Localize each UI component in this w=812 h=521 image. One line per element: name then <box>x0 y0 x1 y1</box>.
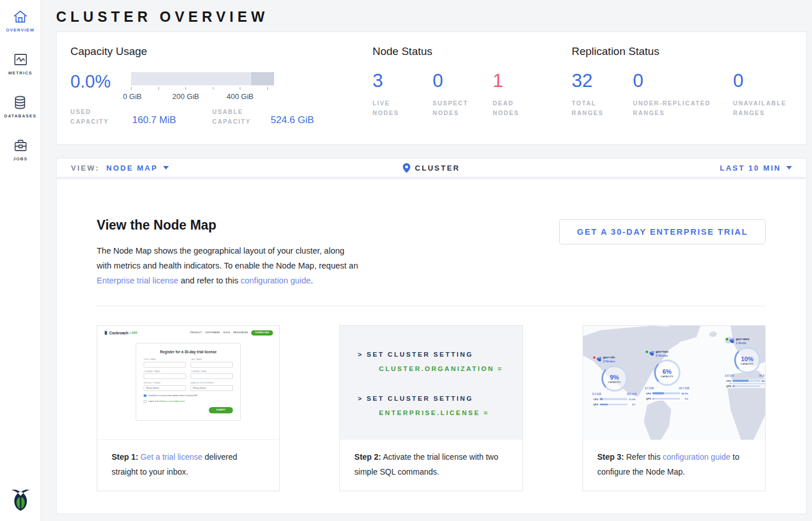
capacity-bar-other-segment <box>251 72 274 85</box>
nodes-icon <box>649 351 655 356</box>
total-ranges-value: 32 <box>572 70 633 92</box>
step3-caption: Step 3: Refer this configuration guide t… <box>583 440 765 491</box>
capacity-bar-chart: 0 GiB 200 GiB 400 GiB <box>131 72 274 101</box>
tick-label-400: 400 GiB <box>227 92 253 101</box>
enterprise-trial-button[interactable]: GET A 30-DAY ENTERPRISE TRIAL <box>559 219 766 244</box>
sidebar-item-databases[interactable]: DATABASES <box>4 95 36 119</box>
sidebar-item-metrics[interactable]: METRICS <box>8 52 32 76</box>
capacity-axis-labels: 0 GiB 200 GiB 400 GiB <box>131 92 274 101</box>
capacity-gauge: 10% CAPACITY <box>734 347 760 373</box>
page-title: CLUSTER OVERVIEW <box>56 0 807 31</box>
main-content: CLUSTER OVERVIEW Capacity Usage 0.0% <box>41 0 812 521</box>
tick-label-0: 0 GiB <box>123 92 142 101</box>
view-label: VIEW: <box>71 164 100 172</box>
live-nodes-value: 3 <box>373 70 433 92</box>
usable-capacity-label: USABLE CAPACITY <box>212 107 271 127</box>
enterprise-trial-license-link[interactable]: Enterprise trial license <box>97 276 179 285</box>
under-replicated-ranges-stat: 0 UNDER-REPLICATEDRANGES <box>633 70 733 118</box>
configuration-guide-link[interactable]: configuration guide <box>240 276 311 285</box>
dead-nodes-stat: 1 DEADNODES <box>493 70 553 118</box>
step3-card: geo=sfo 2 Nodes 9% CAPACITY 3.2 GiB351 G… <box>583 325 766 491</box>
sidebar-item-jobs[interactable]: JOBS <box>13 138 28 161</box>
sidebar: OVERVIEW METRICS DATABASES <box>0 0 41 521</box>
dead-nodes-value: 1 <box>493 70 553 92</box>
used-capacity-label: USED CAPACITY <box>70 107 132 127</box>
step1-card: Cockroach LABS PRODUCT CUSTOMERS DOCS RE… <box>97 325 280 491</box>
unavailable-ranges-value: 0 <box>733 70 787 92</box>
capacity-used-percent: 0.0% <box>70 72 131 101</box>
breadcrumb: CLUSTER <box>403 163 460 173</box>
live-nodes-label: LIVENODES <box>373 98 433 118</box>
usable-capacity-value: 524.6 GiB <box>271 115 351 127</box>
step2-sql-snippet: > SET CLUSTER SETTING CLUSTER.ORGANIZATI… <box>340 326 522 440</box>
home-icon <box>13 9 28 24</box>
total-ranges-stat: 32 TOTALRANGES <box>572 70 633 118</box>
capacity-axis-ticks <box>131 87 274 90</box>
step1-screenshot: Cockroach LABS PRODUCT CUSTOMERS DOCS RE… <box>97 326 279 440</box>
mini-register-form: Register for a 30-day trial license FIRS… <box>136 343 241 421</box>
cockroachdb-logo <box>9 486 32 514</box>
used-capacity-value: 160.7 MiB <box>132 115 212 127</box>
step1-caption: Step 1: Get a trial license delivered st… <box>97 440 279 491</box>
replication-status-section: Replication Status 32 TOTALRANGES 0 UNDE… <box>572 45 801 118</box>
jobs-icon <box>13 138 28 153</box>
view-toolbar: VIEW: NODE MAP CLUSTER LAST 10 MIN <box>56 158 807 177</box>
nodes-icon <box>597 357 602 361</box>
databases-icon <box>13 95 27 110</box>
chevron-down-icon <box>163 166 169 169</box>
node-map-panel: View the Node Map The Node Map shows the… <box>56 179 807 514</box>
live-node-dot <box>645 350 649 354</box>
mini-download-button: DOWNLOAD <box>251 330 273 336</box>
suspect-nodes-stat: 0 SUSPECTNODES <box>433 70 493 118</box>
sidebar-item-label: METRICS <box>8 70 32 76</box>
unavailable-ranges-label: UNAVAILABLERANGES <box>733 98 787 118</box>
cluster-summary-panel: Capacity Usage 0.0% 0 GiB 200 Gi <box>56 31 807 145</box>
total-ranges-label: TOTALRANGES <box>572 98 633 118</box>
replication-status-title: Replication Status <box>572 45 801 58</box>
dead-nodes-label: DEADNODES <box>493 98 553 118</box>
unavailable-ranges-stat: 0 UNAVAILABLERANGES <box>733 70 787 118</box>
capacity-usage-title: Capacity Usage <box>70 45 368 58</box>
live-nodes-stat: 3 LIVENODES <box>373 70 433 118</box>
region-badge-ams: geo=ams 1 Node 10% CAPACITY 3.6 GiB36.6 … <box>725 337 765 388</box>
region-badge-sfo: geo=sfo 2 Nodes 9% CAPACITY 3.2 GiB351 G… <box>592 356 637 406</box>
chevron-down-icon <box>786 166 792 169</box>
under-replicated-ranges-label: UNDER-REPLICATEDRANGES <box>633 98 733 118</box>
suspect-nodes-value: 0 <box>433 70 493 92</box>
under-replicated-ranges-value: 0 <box>633 70 733 92</box>
get-trial-license-link[interactable]: Get a trial license <box>141 452 203 461</box>
configuration-guide-link-2[interactable]: configuration guide <box>663 452 730 461</box>
section-divider <box>97 306 766 306</box>
step3-node-map-preview: geo=sfo 2 Nodes 9% CAPACITY 3.2 GiB351 G… <box>583 326 765 440</box>
dead-node-dot <box>592 356 596 360</box>
suspect-nodes-label: SUSPECTNODES <box>433 98 493 118</box>
step2-caption: Step 2: Activate the trial license with … <box>340 440 522 491</box>
node-status-title: Node Status <box>373 45 561 58</box>
view-selector-dropdown[interactable]: NODE MAP <box>106 164 169 172</box>
setup-steps: Cockroach LABS PRODUCT CUSTOMERS DOCS RE… <box>97 325 766 491</box>
sidebar-item-label: JOBS <box>13 156 27 161</box>
node-map-description: The Node Map shows the geographical layo… <box>97 243 361 288</box>
capacity-bar-usable-segment <box>131 72 251 85</box>
sidebar-item-label: OVERVIEW <box>6 27 35 33</box>
tick-label-200: 200 GiB <box>172 92 199 101</box>
step2-card: > SET CLUSTER SETTING CLUSTER.ORGANIZATI… <box>339 325 522 491</box>
cluster-overview-page: OVERVIEW METRICS DATABASES <box>0 0 812 521</box>
breadcrumb-cluster[interactable]: CLUSTER <box>415 164 460 172</box>
node-map-heading: View the Node Map <box>97 218 361 233</box>
cockroach-labs-mini-logo: Cockroach LABS <box>104 330 137 336</box>
sidebar-item-label: DATABASES <box>4 113 36 119</box>
region-badge-nyc: geo=nyc 2 Nodes 6% CAPACITY 3.7 GiB43.7 … <box>645 350 690 401</box>
capacity-usage-section: Capacity Usage 0.0% 0 GiB 200 Gi <box>70 45 368 127</box>
time-range-dropdown[interactable]: LAST 10 MIN <box>720 164 792 172</box>
node-map-intro: View the Node Map The Node Map shows the… <box>97 218 361 288</box>
live-node-dot <box>725 337 729 341</box>
location-pin-icon <box>403 163 410 173</box>
nodes-icon <box>730 338 735 343</box>
capacity-gauge: 9% CAPACITY <box>601 365 628 392</box>
mini-nav: PRODUCT CUSTOMERS DOCS RESOURCES DOWNLOA… <box>187 330 274 336</box>
metrics-icon <box>13 52 28 67</box>
sidebar-item-overview[interactable]: OVERVIEW <box>6 9 35 33</box>
capacity-gauge: 6% CAPACITY <box>654 360 680 386</box>
node-status-section: Node Status 3 LIVENODES 0 SUSPECTNODES <box>373 45 561 118</box>
